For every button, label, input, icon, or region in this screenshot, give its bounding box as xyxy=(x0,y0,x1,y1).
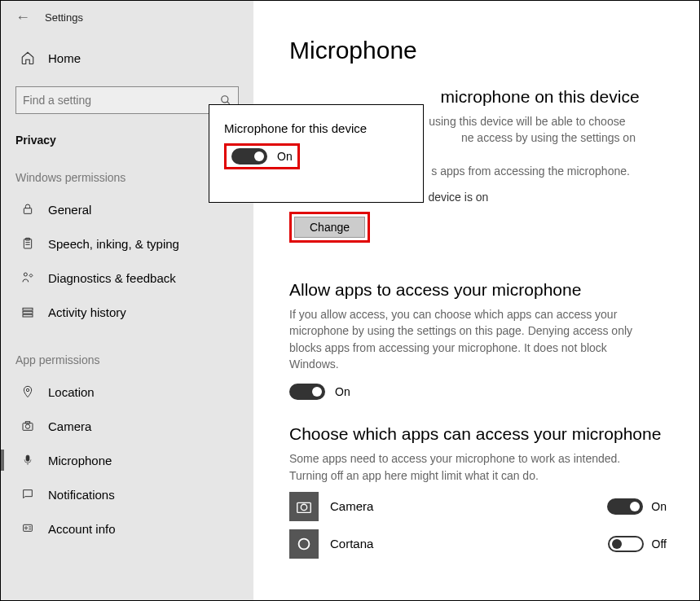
sidebar-item-activity[interactable]: Activity history xyxy=(1,295,253,329)
sidebar-label: Location xyxy=(48,385,95,399)
sidebar-label: Camera xyxy=(48,419,91,433)
camera-icon xyxy=(20,419,35,433)
app-row-cortana: Cortana Off xyxy=(289,529,667,559)
svg-rect-14 xyxy=(25,422,29,423)
sidebar-item-microphone[interactable]: Microphone xyxy=(1,443,253,477)
camera-app-toggle-label: On xyxy=(651,500,667,513)
camera-app-icon xyxy=(289,492,319,521)
app-permissions-heading: App permissions xyxy=(1,329,253,375)
section3-title: Choose which apps can access your microp… xyxy=(289,424,667,444)
sidebar-label: Account info xyxy=(48,522,116,536)
device-microphone-toggle[interactable] xyxy=(231,148,267,165)
app-name-cortana: Cortana xyxy=(330,537,597,551)
section2-desc: If you allow access, you can choose whic… xyxy=(289,306,648,372)
sidebar-item-diagnostics[interactable]: Diagnostics & feedback xyxy=(1,261,253,295)
svg-rect-2 xyxy=(24,208,31,214)
sidebar-home-label: Home xyxy=(48,51,81,65)
svg-point-7 xyxy=(24,273,27,276)
home-icon xyxy=(20,50,35,65)
back-arrow-icon[interactable]: ← xyxy=(15,9,30,26)
camera-app-toggle[interactable] xyxy=(607,498,643,515)
svg-rect-15 xyxy=(26,455,29,461)
microphone-icon xyxy=(20,453,35,467)
search-input-container[interactable] xyxy=(15,86,239,114)
device-microphone-toggle-label: On xyxy=(277,150,293,163)
sidebar-home[interactable]: Home xyxy=(1,26,253,75)
svg-point-23 xyxy=(299,539,310,550)
history-icon xyxy=(20,305,35,319)
svg-point-18 xyxy=(25,527,28,529)
svg-point-13 xyxy=(25,424,29,428)
sidebar-item-speech[interactable]: Speech, inking, & typing xyxy=(1,226,253,261)
section2-title: Allow apps to access your microphone xyxy=(289,280,667,300)
svg-point-11 xyxy=(26,388,29,391)
sidebar-item-camera[interactable]: Camera xyxy=(1,409,253,443)
svg-rect-10 xyxy=(23,314,33,317)
sidebar-label: Activity history xyxy=(48,305,126,319)
cortana-app-toggle[interactable] xyxy=(608,536,644,552)
svg-point-22 xyxy=(301,504,306,510)
cortana-app-toggle-label: Off xyxy=(652,537,667,551)
cortana-app-icon xyxy=(289,529,319,559)
content-pane: Microphone Allow access to the microphon… xyxy=(253,1,699,600)
device-microphone-popup: Microphone for this device On xyxy=(209,104,424,203)
lock-icon xyxy=(20,202,35,217)
window-title: Settings xyxy=(45,11,83,24)
app-row-camera: Camera On xyxy=(289,492,667,521)
account-icon xyxy=(20,521,35,536)
sidebar-label: Microphone xyxy=(48,454,112,467)
popup-title: Microphone for this device xyxy=(224,121,408,135)
sidebar-item-account[interactable]: Account info xyxy=(1,511,253,546)
app-name-camera: Camera xyxy=(330,499,596,513)
change-button-highlight: Change xyxy=(289,212,370,243)
sidebar-label: Notifications xyxy=(48,488,115,502)
sidebar-item-notifications[interactable]: Notifications xyxy=(1,477,253,511)
feedback-icon xyxy=(20,270,35,285)
svg-rect-9 xyxy=(23,311,33,314)
change-button[interactable]: Change xyxy=(294,217,365,238)
sidebar-label: General xyxy=(48,203,91,217)
allow-apps-toggle-label: On xyxy=(335,385,350,398)
popup-toggle-highlight: On xyxy=(224,143,300,169)
sidebar: ← Settings Home Privacy Windows permissi… xyxy=(1,1,253,600)
search-input[interactable] xyxy=(23,94,220,107)
page-title: Microphone xyxy=(289,37,667,64)
sidebar-label: Speech, inking, & typing xyxy=(48,237,179,251)
section3-desc: Some apps need to access your microphone… xyxy=(289,450,648,484)
svg-point-0 xyxy=(222,96,228,103)
svg-rect-8 xyxy=(23,308,33,310)
location-icon xyxy=(20,384,35,399)
sidebar-label: Diagnostics & feedback xyxy=(48,271,176,285)
allow-apps-toggle[interactable] xyxy=(289,384,325,400)
notifications-icon xyxy=(20,487,35,502)
sidebar-item-location[interactable]: Location xyxy=(1,375,253,409)
clipboard-icon xyxy=(20,236,35,251)
